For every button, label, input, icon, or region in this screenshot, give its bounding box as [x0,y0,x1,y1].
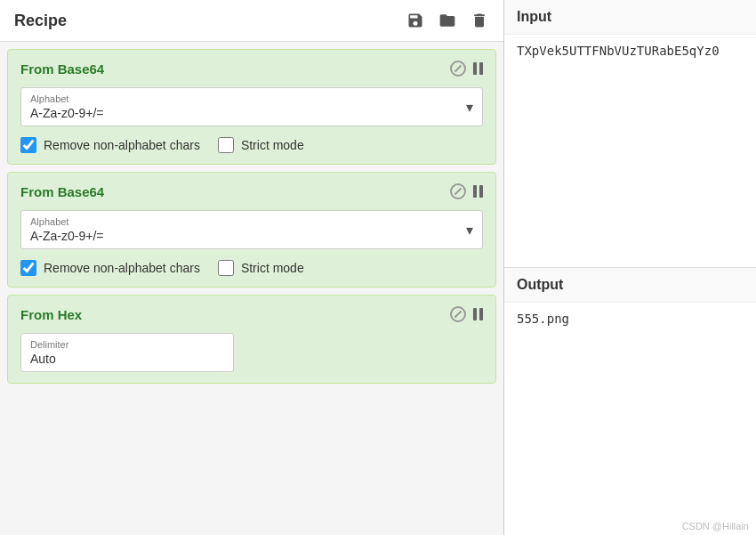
fromhex-disable-icon[interactable] [450,306,466,322]
op1-header: From Base64 [20,61,483,77]
operations-container: From Base64 Alphabet A-Za-z0-9+/= [0,42,503,535]
pause-bars-icon [473,61,483,76]
op2-strict-mode-item: Strict mode [218,260,304,276]
disable-circle-icon-3 [450,306,466,322]
op1-alphabet-value: A-Za-z0-9+/= [30,106,473,120]
op1-pause-icon[interactable] [473,61,483,76]
input-header: Input [504,0,756,35]
op1-remove-non-alpha-label: Remove non-alphabet chars [44,138,200,152]
delete-button[interactable] [470,11,489,30]
pause-bars-icon-3 [473,307,483,321]
op1-remove-non-alpha-item: Remove non-alphabet chars [20,137,200,153]
op2-title: From Base64 [20,184,104,199]
right-panel: Input TXpVek5UTTFNbVUzTURabE5qYz0 Output… [504,0,756,535]
op2-remove-non-alpha-label: Remove non-alphabet chars [44,261,200,275]
op1-remove-non-alpha-checkbox[interactable] [20,137,36,153]
op2-strict-mode-checkbox[interactable] [218,260,234,276]
fromhex-pause-icon[interactable] [473,307,483,321]
op2-header: From Base64 [20,183,483,199]
op2-options-row: Remove non-alphabet chars Strict mode [20,260,483,276]
op1-title: From Base64 [20,61,104,77]
op1-options-row: Remove non-alphabet chars Strict mode [20,137,483,153]
recipe-header: Recipe [0,0,503,42]
save-button[interactable] [406,11,425,30]
open-folder-button[interactable] [438,11,457,30]
op2-disable-icon[interactable] [450,183,466,199]
recipe-title: Recipe [14,12,67,30]
chevron-down-icon-2: ▾ [466,222,473,239]
chevron-down-icon: ▾ [466,99,473,116]
op2-remove-non-alpha-checkbox[interactable] [20,260,36,276]
fromhex-delimiter-dropdown[interactable]: Delimiter Auto [20,333,234,372]
input-section: Input TXpVek5UTTFNbVUzTURabE5qYz0 [504,0,756,268]
op1-strict-mode-label: Strict mode [241,138,304,152]
fromhex-header: From Hex [20,306,483,322]
op1-alphabet-label: Alphabet [30,93,473,104]
output-header: Output [504,268,756,303]
op2-alphabet-dropdown[interactable]: Alphabet A-Za-z0-9+/= ▾ [20,210,483,249]
op2-alphabet-value: A-Za-z0-9+/= [30,229,473,243]
operation-from-base64-2: From Base64 Alphabet A-Za-z0-9+/= [7,172,496,288]
op1-actions [450,61,483,77]
pause-bars-icon-2 [473,184,483,199]
watermark: CSDN @Hillain [504,517,756,535]
op2-alphabet-label: Alphabet [30,216,473,227]
fromhex-title: From Hex [20,307,82,322]
op1-alphabet-dropdown[interactable]: Alphabet A-Za-z0-9+/= ▾ [20,87,483,126]
op2-strict-mode-label: Strict mode [241,261,304,275]
op2-remove-non-alpha-item: Remove non-alphabet chars [20,260,200,276]
op2-pause-icon[interactable] [473,184,483,199]
output-section: Output 555.png CSDN @Hillain [504,268,756,535]
output-content[interactable]: 555.png [504,303,756,517]
op1-strict-mode-checkbox[interactable] [218,137,234,153]
fromhex-delimiter-label: Delimiter [30,339,224,350]
fromhex-actions [450,306,483,322]
input-content[interactable]: TXpVek5UTTFNbVUzTURabE5qYz0 [504,35,756,267]
fromhex-delimiter-value: Auto [30,352,224,366]
left-panel: Recipe [0,0,504,535]
op1-disable-icon[interactable] [450,61,466,77]
disable-circle-icon [450,61,466,77]
operation-from-hex: From Hex Delimiter Auto [7,295,496,384]
op1-strict-mode-item: Strict mode [218,137,304,153]
op2-actions [450,183,483,199]
operation-from-base64-1: From Base64 Alphabet A-Za-z0-9+/= [7,49,496,165]
disable-circle-icon-2 [450,183,466,199]
recipe-toolbar [406,11,489,30]
